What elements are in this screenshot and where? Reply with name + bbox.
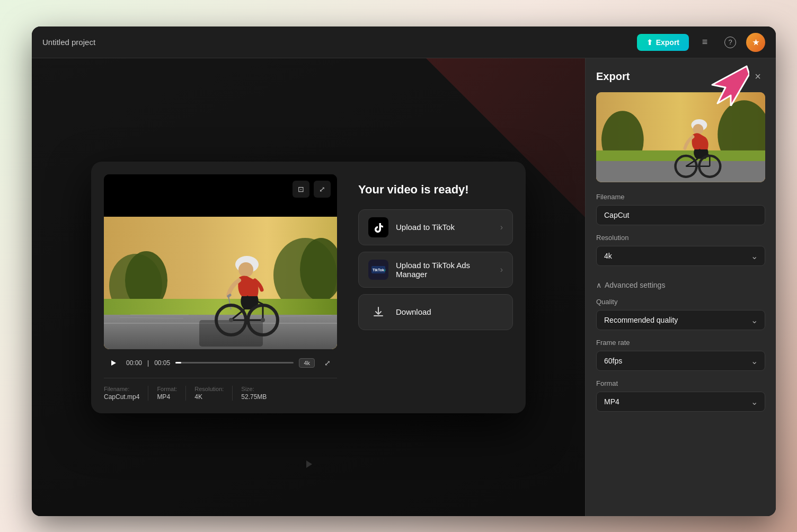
resolution-label: Resolution:: [194, 386, 224, 392]
svg-text:Ads: Ads: [384, 268, 385, 272]
svg-line-18: [228, 295, 230, 296]
quality-section: Quality Recommended quality High quality…: [586, 298, 776, 339]
tiktok-ads-icon: TikTok Ads: [368, 260, 388, 280]
help-button[interactable]: ?: [721, 33, 740, 52]
video-preview: ⊡ ⤢: [104, 174, 337, 349]
framerate-label: Frame rate: [596, 339, 765, 347]
format-label: Format: [596, 379, 765, 387]
framerate-select-wrapper: 60fps 30fps 24fps: [596, 351, 765, 371]
hamburger-menu-button[interactable]: ≡: [695, 33, 714, 52]
quality-label: Quality: [596, 298, 765, 306]
close-icon: ×: [755, 70, 761, 83]
fullscreen-button[interactable]: ⤢: [314, 181, 331, 198]
advanced-settings-toggle[interactable]: ∧ Advanced settings: [586, 274, 776, 298]
framerate-select[interactable]: 60fps 30fps 24fps: [596, 351, 765, 371]
resolution-section: Resolution 4k 1080p 720p: [586, 234, 776, 274]
framerate-section: Frame rate 60fps 30fps 24fps: [586, 339, 776, 379]
meta-divider-1: [148, 386, 148, 401]
svg-marker-26: [111, 360, 116, 366]
panel-thumbnail: [596, 92, 765, 182]
video-preview-image: [104, 217, 337, 349]
video-meta: Filename: CapCut.mp4 Format: MP4 Resolut…: [104, 378, 337, 401]
export-close-button[interactable]: ×: [750, 69, 765, 84]
upload-tiktok-button[interactable]: Upload to TikTok ›: [358, 209, 513, 245]
format-label: Format:: [157, 386, 177, 392]
svg-rect-35: [596, 161, 765, 182]
export-panel: Export ×: [585, 58, 776, 516]
size-label: Size:: [241, 386, 267, 392]
thumbnail-image: [596, 92, 765, 182]
fullscreen-icon: ⤢: [319, 185, 325, 193]
filename-label: Filename:: [104, 386, 139, 392]
format-select[interactable]: MP4 MOV AVI: [596, 392, 765, 412]
export-upload-icon: ⬆: [647, 38, 653, 47]
filename-label: Filename: [596, 193, 765, 201]
help-icon: ?: [724, 37, 736, 48]
svg-point-11: [238, 262, 253, 277]
download-label: Download: [396, 307, 431, 316]
filename-input[interactable]: [596, 205, 765, 225]
upload-tiktok-ads-label: Upload to TikTok Ads Manager: [396, 261, 493, 279]
export-panel-header: Export ×: [586, 58, 776, 92]
modal-actions: Your video is ready! Upload to TikTok ›: [358, 174, 513, 401]
upload-tiktok-ads-button[interactable]: TikTok Ads Upload to TikTok Ads Manager …: [358, 252, 513, 288]
fullscreen-expand-button[interactable]: ⤢: [320, 356, 335, 370]
resolution-label: Resolution: [596, 234, 765, 242]
top-bar-actions: ⬆ Export ≡ ? ★: [637, 33, 765, 52]
comment-button[interactable]: ⊡: [293, 181, 309, 198]
meta-format: Format: MP4: [157, 386, 177, 401]
avatar-icon: ★: [752, 38, 759, 47]
svg-point-37: [693, 124, 703, 135]
format-section: Format MP4 MOV AVI: [586, 379, 776, 420]
video-controls: 00:00 | 00:05 4k ⤢: [104, 356, 337, 370]
export-panel-title: Export: [596, 70, 630, 83]
size-value: 52.75MB: [241, 393, 267, 401]
svg-text:TikTok: TikTok: [373, 268, 384, 272]
format-select-wrapper: MP4 MOV AVI: [596, 392, 765, 412]
upload-tiktok-chevron: ›: [500, 223, 503, 232]
app-window: Untitled project ⬆ Export ≡ ? ★: [32, 26, 776, 516]
svg-point-20: [229, 318, 233, 322]
modal-toolbar: ⊡ ⤢: [293, 181, 331, 198]
progress-bar-fill: [175, 362, 181, 363]
project-title: Untitled project: [42, 38, 95, 47]
advanced-settings-label: Advanced settings: [605, 281, 665, 289]
user-avatar-button[interactable]: ★: [746, 33, 765, 52]
meta-size: Size: 52.75MB: [241, 386, 267, 401]
video-ready-modal: ⊡ ⤢: [91, 162, 526, 413]
quality-select-wrapper: Recommended quality High quality Standar…: [596, 310, 765, 330]
resolution-select[interactable]: 4k 1080p 720p: [596, 246, 765, 266]
progress-bar[interactable]: [175, 362, 294, 363]
time-separator: |: [147, 359, 149, 367]
play-button[interactable]: [106, 356, 121, 370]
meta-filename: Filename: CapCut.mp4: [104, 386, 139, 401]
top-bar: Untitled project ⬆ Export ≡ ? ★: [32, 26, 776, 58]
time-total: 00:05: [154, 359, 170, 367]
hamburger-icon: ≡: [702, 37, 708, 48]
quality-badge[interactable]: 4k: [299, 358, 315, 368]
modal-video-player: ⊡ ⤢: [104, 174, 337, 401]
app-content: ⊡ ⤢: [32, 58, 776, 516]
resolution-select-wrapper: 4k 1080p 720p: [596, 246, 765, 266]
fullscreen-expand-icon: ⤢: [324, 359, 331, 367]
upload-tiktok-label: Upload to TikTok: [396, 223, 455, 232]
ready-title: Your video is ready!: [358, 183, 513, 197]
resolution-value: 4K: [194, 393, 224, 401]
download-icon: [368, 302, 388, 322]
upload-tiktok-ads-chevron: ›: [500, 265, 503, 274]
chevron-up-icon: ∧: [596, 281, 601, 289]
filename-section: Filename: [586, 193, 776, 234]
tiktok-icon: [368, 217, 388, 237]
format-value: MP4: [157, 393, 177, 401]
editor-area: ⊡ ⤢: [32, 58, 585, 516]
comment-icon: ⊡: [298, 185, 304, 193]
quality-select[interactable]: Recommended quality High quality Standar…: [596, 310, 765, 330]
svg-point-22: [261, 318, 265, 322]
modal-overlay: ⊡ ⤢: [32, 58, 585, 516]
meta-divider-2: [185, 386, 186, 401]
time-current: 00:00: [126, 359, 142, 367]
meta-resolution: Resolution: 4K: [194, 386, 224, 401]
download-button[interactable]: Download: [358, 294, 513, 330]
export-button[interactable]: ⬆ Export: [637, 34, 689, 51]
meta-divider-3: [232, 386, 233, 401]
